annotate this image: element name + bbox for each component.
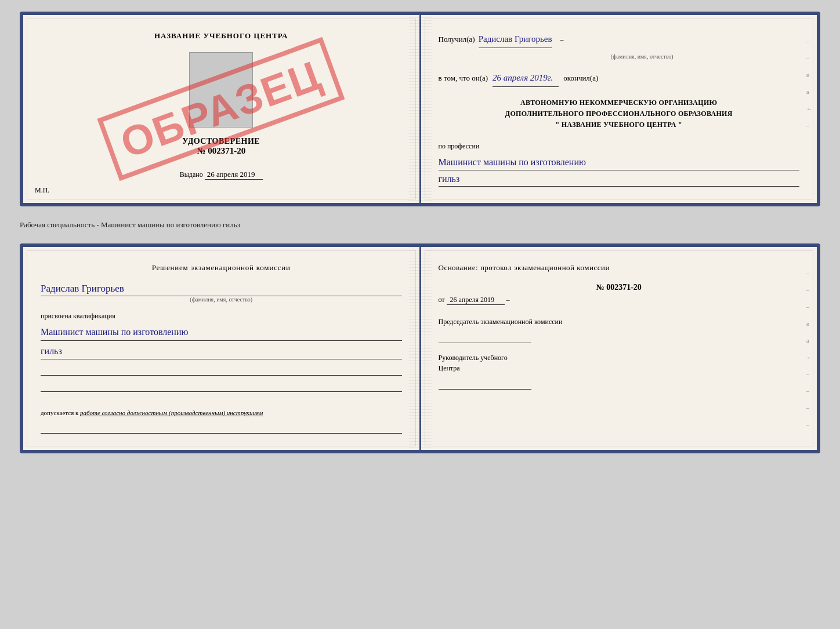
head-title2: Центра (439, 363, 800, 373)
cert-number: № 002371-20 (182, 146, 260, 156)
mark5: ← (806, 106, 812, 112)
org-block: АВТОНОМНУЮ НЕКОММЕРЧЕСКУЮ ОРГАНИЗАЦИЮ ДО… (439, 97, 800, 131)
org-line2: ДОПОЛНИТЕЛЬНОГО ПРОФЕССИОНАЛЬНОГО ОБРАЗО… (439, 108, 800, 119)
head-block: Руководитель учебного Центра (439, 352, 800, 390)
bottom-right-content: Основание: протокол экзаменационной коми… (439, 263, 800, 390)
mark3: и (806, 72, 812, 78)
allowed-prefix: допускается к (41, 409, 78, 416)
dash2: – (506, 296, 510, 304)
received-prefix: Получил(а) (439, 32, 475, 46)
bottom-doc-right: Основание: протокол экзаменационной коми… (421, 247, 817, 450)
received-line: Получил(а) Радислав Григорьев – (439, 31, 800, 48)
date-suffix: окончил(а) (563, 71, 598, 85)
mp-label: М.П. (35, 186, 49, 195)
mark1: – (806, 38, 812, 45)
head-title: Руководитель учебного Центра (439, 352, 800, 373)
qualification-value: Машинист машины по изготовлению (41, 324, 402, 340)
mark6: – (806, 122, 812, 129)
bmark3: – (806, 304, 812, 310)
sidebar-marks-top: – – и а ← – (806, 38, 812, 129)
bottom-document: Решением экзаменационной комиссии Радисл… (20, 243, 820, 453)
allowed-value: работе согласно должностным (производств… (80, 409, 263, 416)
center-name-top: НАЗВАНИЕ УЧЕБНОГО ЦЕНТРА (154, 31, 288, 41)
protocol-date-line: от 26 апреля 2019 – (439, 296, 800, 305)
caption-line: Рабочая специальность - Машинист машины … (20, 217, 820, 233)
cert-title: УДОСТОВЕРЕНИЕ (182, 137, 260, 146)
org-line1: АВТОНОМНУЮ НЕКОММЕРЧЕСКУЮ ОРГАНИЗАЦИЮ (439, 97, 800, 108)
chair-sig-line (439, 332, 531, 343)
sig-line-2 (41, 380, 402, 392)
bmark6: ← (806, 354, 812, 361)
sig-line-3 (41, 422, 402, 434)
issued-line: Выдано 26 апреля 2019 (180, 170, 263, 180)
head-sig-line (439, 378, 531, 390)
allowed-line: допускается к работе согласно должностны… (41, 408, 402, 418)
commission-title: Решением экзаменационной комиссии (41, 263, 402, 272)
top-doc-right: Получил(а) Радислав Григорьев – (фамилия… (421, 15, 817, 203)
profession-value: Машинист машины по изготовлению (439, 155, 800, 170)
top-doc-left: НАЗВАНИЕ УЧЕБНОГО ЦЕНТРА УДОСТОВЕРЕНИЕ №… (23, 15, 421, 203)
chair-title-text: Председатель экзаменационной комиссии (439, 318, 563, 326)
photo-placeholder (189, 52, 253, 128)
bottom-doc-left: Решением экзаменационной комиссии Радисл… (23, 247, 421, 450)
person-name: Радислав Григорьев (41, 283, 402, 296)
chair-block: Председатель экзаменационной комиссии (439, 317, 800, 343)
org-line3: " НАЗВАНИЕ УЧЕБНОГО ЦЕНТРА " (439, 119, 800, 130)
sidebar-marks-bottom: – – – и а ← – – – – (806, 270, 812, 428)
dash: – (560, 34, 564, 46)
bmark8: – (806, 388, 812, 394)
assigned-text: присвоена квалификация (41, 312, 402, 321)
cert-block: УДОСТОВЕРЕНИЕ № 002371-20 (182, 137, 260, 156)
protocol-date: 26 апреля 2019 (447, 296, 505, 305)
person-name-block: Радислав Григорьев (фамилия, имя, отчест… (41, 283, 402, 303)
issued-date: 26 апреля 2019 (205, 170, 263, 180)
protocol-number: № 002371-20 (439, 283, 800, 292)
qualification-value2: гильз (41, 343, 402, 359)
head-title1: Руководитель учебного (439, 352, 800, 363)
profession-label: по профессии (439, 140, 800, 153)
mark2: – (806, 55, 812, 61)
issued-label: Выдано (180, 170, 203, 179)
profession-value2: гильз (439, 172, 800, 187)
recipient-label: (фамилия, имя, отчество) (485, 52, 800, 62)
profession-block: по профессии Машинист машины по изготовл… (439, 140, 800, 187)
basis-title: Основание: протокол экзаменационной коми… (439, 263, 800, 272)
bmark5: а (806, 337, 812, 344)
bmark7: – (806, 371, 812, 377)
sig-line-1 (41, 364, 402, 376)
bmark2: – (806, 287, 812, 293)
date-prefix: в том, что он(а) (439, 71, 488, 85)
top-right-content: Получил(а) Радислав Григорьев – (фамилия… (439, 31, 800, 187)
date-value: 26 апреля 2019г. (493, 70, 559, 87)
chair-title: Председатель экзаменационной комиссии (439, 317, 800, 327)
top-document: НАЗВАНИЕ УЧЕБНОГО ЦЕНТРА УДОСТОВЕРЕНИЕ №… (20, 12, 820, 206)
protocol-date-prefix: от (439, 296, 445, 304)
bmark1: – (806, 270, 812, 277)
date-line: в том, что он(а) 26 апреля 2019г. окончи… (439, 70, 800, 87)
mark4: а (806, 89, 812, 95)
bmark10: – (806, 421, 812, 428)
bmark4: и (806, 321, 812, 327)
recipient-name: Радислав Григорьев (479, 31, 552, 48)
bmark9: – (806, 405, 812, 411)
person-label: (фамилия, имя, отчество) (41, 296, 402, 303)
